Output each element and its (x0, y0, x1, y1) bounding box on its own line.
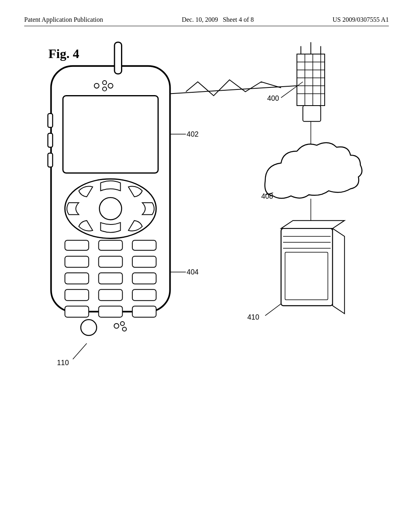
svg-rect-14 (132, 240, 156, 250)
svg-line-58 (265, 304, 281, 316)
svg-rect-22 (99, 289, 123, 301)
svg-text:402: 402 (187, 130, 199, 138)
page-header: Patent Application Publication Dec. 10, … (24, 16, 389, 26)
svg-point-5 (94, 83, 99, 88)
svg-rect-26 (132, 306, 156, 318)
header-right: US 2009/0307555 A1 (332, 16, 389, 23)
svg-rect-45 (303, 106, 321, 121)
svg-text:400: 400 (267, 94, 279, 102)
svg-rect-13 (99, 240, 123, 250)
svg-rect-9 (63, 96, 158, 173)
svg-rect-2 (48, 114, 53, 127)
svg-rect-57 (285, 252, 328, 300)
svg-rect-1 (115, 42, 122, 74)
svg-rect-17 (132, 256, 156, 268)
svg-rect-20 (132, 273, 156, 284)
svg-point-30 (121, 322, 125, 326)
svg-rect-21 (65, 289, 89, 301)
svg-point-7 (108, 83, 113, 88)
svg-rect-25 (99, 306, 123, 318)
svg-text:110: 110 (57, 359, 69, 367)
svg-rect-3 (48, 133, 53, 147)
svg-rect-16 (99, 256, 123, 268)
figure-svg: 110 400 (24, 34, 389, 510)
svg-point-6 (102, 81, 106, 85)
svg-line-31 (73, 343, 87, 359)
svg-rect-19 (99, 273, 123, 284)
svg-text:404: 404 (187, 268, 199, 276)
patent-page: Patent Application Publication Dec. 10, … (0, 0, 413, 532)
svg-rect-12 (65, 240, 89, 250)
header-left: Patent Application Publication (24, 16, 103, 23)
svg-point-29 (123, 327, 127, 331)
svg-rect-15 (65, 256, 89, 268)
svg-rect-4 (48, 153, 53, 167)
header-center: Dec. 10, 2009 Sheet 4 of 8 (182, 16, 254, 23)
svg-rect-24 (65, 306, 89, 318)
svg-point-8 (102, 87, 106, 91)
svg-point-11 (100, 197, 122, 220)
svg-point-27 (81, 320, 96, 335)
svg-point-28 (114, 324, 119, 328)
drawing-area: Fig. 4 (24, 34, 389, 510)
svg-rect-18 (65, 273, 89, 284)
svg-text:410: 410 (247, 313, 259, 321)
svg-rect-23 (132, 289, 156, 301)
